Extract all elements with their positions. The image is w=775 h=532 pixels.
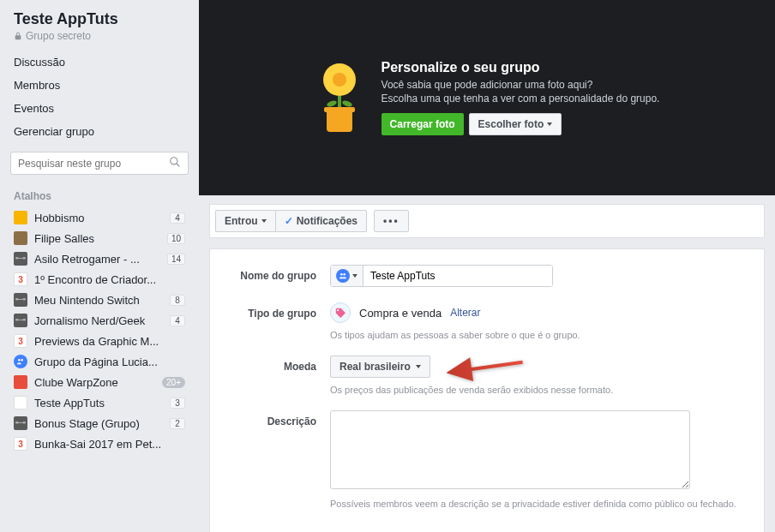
caret-down-icon xyxy=(547,123,552,126)
svg-rect-6 xyxy=(23,298,27,301)
shortcut-item[interactable]: Jornalismo Nerd/Geek4 xyxy=(7,310,192,331)
shortcut-icon xyxy=(14,416,27,430)
shortcut-icon xyxy=(14,396,27,409)
shortcut-label: Clube WarpZone xyxy=(34,376,155,389)
shortcut-icon xyxy=(14,375,27,389)
description-textarea[interactable] xyxy=(330,410,690,489)
svg-point-11 xyxy=(18,359,21,362)
shortcut-icon: 3 xyxy=(14,437,27,451)
svg-rect-5 xyxy=(15,298,19,301)
group-icon-selector[interactable] xyxy=(331,266,363,286)
svg-rect-2 xyxy=(15,257,19,260)
shortcut-label: Asilo Retrogamer - ... xyxy=(34,253,160,266)
svg-rect-13 xyxy=(15,421,19,424)
group-toolbar: Entrou ✓ Notificações ••• xyxy=(209,204,765,238)
shortcut-item[interactable]: Filipe Salles10 xyxy=(7,228,192,248)
shortcut-label: Bunka-Sai 2017 em Pet... xyxy=(34,438,185,451)
type-hint: Os tipos ajudam as pessoas a saber sobre… xyxy=(330,330,747,340)
caret-down-icon xyxy=(416,365,421,368)
upload-photo-button[interactable]: Carregar foto xyxy=(381,113,464,135)
shortcut-badge: 20+ xyxy=(162,377,185,388)
nav-manage[interactable]: Gerenciar grupo xyxy=(14,120,185,143)
shortcut-item[interactable]: 3Bunka-Sai 2017 em Pet... xyxy=(7,433,192,454)
tag-icon xyxy=(330,302,351,323)
svg-point-12 xyxy=(21,359,23,362)
svg-rect-4 xyxy=(18,258,23,259)
group-privacy: Grupo secreto xyxy=(7,30,192,51)
row-description: Descrição Possíveis membros veem a descr… xyxy=(227,410,747,509)
svg-point-17 xyxy=(343,273,345,276)
cover-heading: Personalize o seu grupo xyxy=(381,60,660,75)
nav-discussion[interactable]: Discussão xyxy=(14,51,185,74)
name-input-wrap xyxy=(330,265,553,287)
shortcut-label: Previews da Graphic M... xyxy=(34,335,185,348)
search-input[interactable] xyxy=(18,158,169,170)
shortcut-icon: 3 xyxy=(14,272,27,286)
caret-down-icon xyxy=(352,274,357,278)
currency-dropdown[interactable]: Real brasileiro xyxy=(330,356,430,378)
shortcut-icon: 3 xyxy=(14,334,27,348)
flower-icon xyxy=(315,63,364,132)
svg-rect-3 xyxy=(23,257,27,260)
shortcut-badge: 8 xyxy=(170,295,185,306)
shortcuts-list: Hobbismo4Filipe Salles10Asilo Retrogamer… xyxy=(7,207,192,454)
shortcut-label: 1º Encontro de Criador... xyxy=(34,273,185,286)
shortcut-item[interactable]: Bonus Stage (Grupo)2 xyxy=(7,413,192,433)
shortcut-item[interactable]: Teste AppTuts3 xyxy=(7,392,192,413)
cover-line2: Escolha uma que tenha a ver com a person… xyxy=(381,93,660,105)
nav-events[interactable]: Eventos xyxy=(14,97,185,120)
row-type: Tipo de grupo Compra e venda Alterar Os … xyxy=(227,302,747,340)
cover-line1: Você sabia que pode adicionar uma foto a… xyxy=(381,79,660,91)
shortcut-item[interactable]: Grupo da Página Lucia... xyxy=(7,351,192,372)
shortcut-item[interactable]: Asilo Retrogamer - ...14 xyxy=(7,248,192,269)
shortcut-label: Bonus Stage (Grupo) xyxy=(34,417,163,430)
row-name: Nome do grupo xyxy=(227,265,747,287)
shortcut-icon xyxy=(14,355,27,368)
shortcut-badge: 3 xyxy=(170,398,185,409)
joined-label: Entrou xyxy=(225,215,258,227)
main-content: Personalize o seu grupo Você sabia que p… xyxy=(199,0,775,532)
shortcut-badge: 14 xyxy=(167,254,185,265)
shortcut-icon xyxy=(14,231,27,245)
desc-hint: Possíveis membros veem a descrição se a … xyxy=(330,499,747,509)
group-name-input[interactable] xyxy=(363,266,552,286)
shortcut-label: Hobbismo xyxy=(34,212,163,224)
shortcut-item[interactable]: 3Previews da Graphic M... xyxy=(7,331,192,351)
notifications-label: Notificações xyxy=(297,215,357,227)
sidebar-search[interactable] xyxy=(10,152,189,175)
cover-text: Personalize o seu grupo Você sabia que p… xyxy=(381,60,660,135)
shortcut-badge: 4 xyxy=(170,212,185,224)
shortcut-item[interactable]: Meu Nintendo Switch8 xyxy=(7,290,192,310)
search-icon xyxy=(169,156,181,170)
nav-members[interactable]: Membros xyxy=(14,74,185,97)
shortcut-icon xyxy=(14,314,27,327)
svg-rect-9 xyxy=(23,319,27,321)
shortcut-item[interactable]: Clube WarpZone20+ xyxy=(7,372,192,392)
shortcut-label: Jornalismo Nerd/Geek xyxy=(34,314,163,327)
settings-panel: Nome do grupo Tipo de grupo xyxy=(209,248,765,532)
choose-photo-label: Escolher foto xyxy=(478,118,544,130)
shortcut-label: Filipe Salles xyxy=(34,232,160,245)
notifications-button[interactable]: ✓ Notificações xyxy=(275,210,367,232)
shortcut-icon xyxy=(14,293,27,307)
currency-value: Real brasileiro xyxy=(339,361,411,373)
shortcuts-header: Atalhos xyxy=(7,187,192,207)
currency-label: Moeda xyxy=(227,356,330,395)
currency-hint: Os preços das publicações de venda serão… xyxy=(330,385,747,395)
row-currency: Moeda Real brasileiro Os preços das publ… xyxy=(227,356,747,395)
privacy-text: Grupo secreto xyxy=(26,30,91,42)
shortcut-label: Grupo da Página Lucia... xyxy=(34,356,185,368)
check-icon: ✓ xyxy=(285,215,293,227)
svg-point-16 xyxy=(340,273,343,276)
choose-photo-button[interactable]: Escolher foto xyxy=(469,113,562,135)
desc-label: Descrição xyxy=(227,410,330,509)
shortcut-item[interactable]: Hobbismo4 xyxy=(7,207,192,228)
more-button[interactable]: ••• xyxy=(374,210,409,232)
svg-rect-14 xyxy=(23,421,27,424)
shortcut-icon xyxy=(14,211,27,224)
shortcut-icon xyxy=(14,252,27,266)
shortcut-badge: 2 xyxy=(170,418,185,429)
shortcut-item[interactable]: 31º Encontro de Criador... xyxy=(7,269,192,290)
change-type-link[interactable]: Alterar xyxy=(450,307,480,319)
joined-button[interactable]: Entrou xyxy=(215,210,275,232)
